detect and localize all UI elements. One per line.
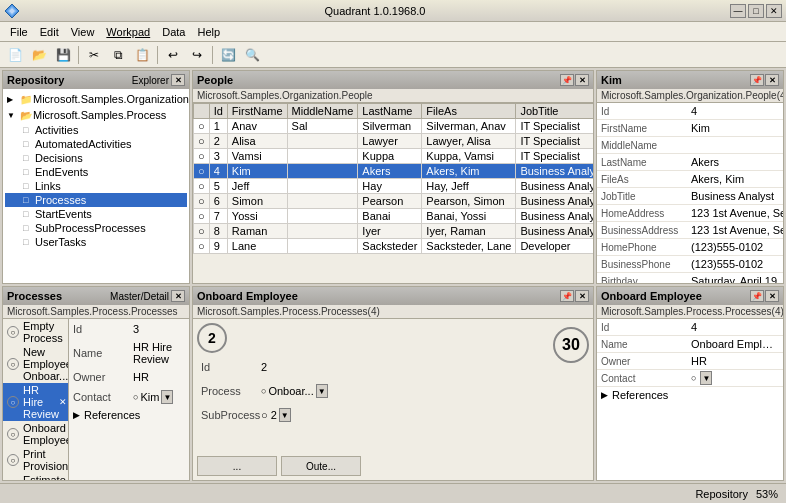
tree-item-decisions[interactable]: □ Decisions [5,151,187,165]
cell-middlename [287,134,358,149]
tree-item-processes[interactable]: □ Processes [5,193,187,207]
col-id[interactable]: Id [209,104,227,119]
cell-middlename [287,179,358,194]
kim-close[interactable]: ✕ [765,74,779,86]
process-list-item[interactable]: ○HR Hire Review✕ [3,383,68,421]
process-list-item[interactable]: ○Print Provisioning [3,447,68,473]
tree-item-organization[interactable]: ▶ 📁 Microsoft.Samples.Organization [5,91,187,107]
table-row[interactable]: ○ 7 Yossi Banai Banai, Yossi Business An… [194,209,594,224]
close-button[interactable]: ✕ [766,4,782,18]
tree-item-links[interactable]: □ Links [5,179,187,193]
menu-data[interactable]: Data [156,25,191,39]
kim-pin[interactable]: 📌 [750,74,764,86]
toolbar-refresh[interactable]: 🔄 [217,44,239,66]
tree-item-subprocessprocesses[interactable]: □ SubProcessProcesses [5,221,187,235]
toolbar-save[interactable]: 💾 [52,44,74,66]
kim-field-value: Business Analyst [691,190,774,202]
item-icon-endevents: □ [23,167,35,177]
onboard-right-close[interactable]: ✕ [765,290,779,302]
contact-dropdown-arrow[interactable]: ▼ [161,390,173,404]
onboard-right-field-label: Id [597,321,687,334]
onboard-right-fields: Id 4 Name Onboard Employee Owner HR Cont… [597,319,783,480]
cell-lastname: Pearson [358,194,422,209]
row-indicator: ○ [194,179,210,194]
onboard-center-close[interactable]: ✕ [575,290,589,302]
col-lastname[interactable]: LastName [358,104,422,119]
menu-edit[interactable]: Edit [34,25,65,39]
onboard-process-dropdown[interactable]: ▼ [316,384,328,398]
toolbar-copy[interactable]: ⧉ [107,44,129,66]
table-row[interactable]: ○ 9 Lane Sacksteder Sacksteder, Lane Dev… [194,239,594,254]
toolbar-undo[interactable]: ↩ [162,44,184,66]
people-pin[interactable]: 📌 [560,74,574,86]
process-item-icon: ○ [7,358,19,370]
toolbar-cut[interactable]: ✂ [83,44,105,66]
process-list-item[interactable]: ○Onboard Employee [3,421,68,447]
tree-item-endevents[interactable]: □ EndEvents [5,165,187,179]
onboard-right-pin[interactable]: 📌 [750,290,764,302]
onboard-button-2[interactable]: Oute... [281,456,361,476]
col-middlename[interactable]: MiddleName [287,104,358,119]
toolbar-open[interactable]: 📂 [28,44,50,66]
processes-close[interactable]: ✕ [171,290,185,302]
tree-item-activities[interactable]: □ Activities [5,123,187,137]
tree-item-automated[interactable]: □ AutomatedActivities [5,137,187,151]
onboard-right-references[interactable]: ▶References [597,387,783,403]
onboard-subprocess-dropdown[interactable]: ▼ [279,408,291,422]
table-row[interactable]: ○ 3 Vamsi Kuppa Kuppa, Vamsi IT Speciali… [194,149,594,164]
maximize-button[interactable]: □ [748,4,764,18]
toolbar: 📄 📂 💾 ✂ ⧉ 📋 ↩ ↪ 🔄 🔍 [0,42,786,68]
onboard-center-pin[interactable]: 📌 [560,290,574,302]
onboard-contact-dropdown[interactable]: ▼ [700,371,712,385]
kim-fields-area: Id 4 FirstName Kim MiddleName LastName A… [597,103,783,283]
kim-field-row: FileAs Akers, Kim [597,171,783,188]
kim-field-value: 4 [691,105,697,117]
table-row[interactable]: ○ 6 Simon Pearson Pearson, Simon Busines… [194,194,594,209]
cell-middlename: Sal [287,119,358,134]
table-row[interactable]: ○ 5 Jeff Hay Hay, Jeff Business Analyst … [194,179,594,194]
process-list-item[interactable]: ○Empty Process [3,319,68,345]
tree-label-startevents: StartEvents [35,208,92,220]
cell-id: 1 [209,119,227,134]
toolbar-search[interactable]: 🔍 [241,44,263,66]
table-row[interactable]: ○ 2 Alisa Lawyer Lawyer, Alisa IT Specia… [194,134,594,149]
table-row[interactable]: ○ 4 Kim Akers Akers, Kim Business Analys… [194,164,594,179]
tree-item-startevents[interactable]: □ StartEvents [5,207,187,221]
cell-fileas: Banai, Yossi [422,209,516,224]
col-jobtitle[interactable]: JobTitle [516,104,593,119]
cell-lastname: Iyer [358,224,422,239]
cell-fileas: Kuppa, Vamsi [422,149,516,164]
table-row[interactable]: ○ 8 Raman Iyer Iyer, Raman Business Anal… [194,224,594,239]
toolbar-sep2 [157,46,158,64]
detail-contact-row: Contact ○ Kim ▼ [69,387,189,407]
menu-workpad[interactable]: Workpad [100,25,156,39]
people-table-wrapper[interactable]: Id FirstName MiddleName LastName FileAs … [193,103,593,283]
cell-jobtitle: Business Analyst [516,224,593,239]
tree-item-usertasks[interactable]: □ UserTasks [5,235,187,249]
tree-item-process[interactable]: ▼ 📂 Microsoft.Samples.Process [5,107,187,123]
process-list-item[interactable]: ○New Employee Onboar... [3,345,68,383]
kim-field-value: 123 1st Avenue, Seattl... [691,224,783,236]
cell-fileas: Hay, Jeff [422,179,516,194]
toolbar-paste[interactable]: 📋 [131,44,153,66]
detail-references-row[interactable]: ▶ References [69,407,189,423]
col-fileas[interactable]: FileAs [422,104,516,119]
col-firstname[interactable]: FirstName [227,104,287,119]
toolbar-new[interactable]: 📄 [4,44,26,66]
process-list-item[interactable]: ○Estimate Cost [3,473,68,480]
repository-close[interactable]: ✕ [171,74,185,86]
kim-field-label: Birthday [597,275,687,284]
menu-view[interactable]: View [65,25,101,39]
process-item-close[interactable]: ✕ [59,397,67,407]
people-close[interactable]: ✕ [575,74,589,86]
menu-help[interactable]: Help [191,25,226,39]
tree-label-decisions: Decisions [35,152,83,164]
toolbar-redo[interactable]: ↪ [186,44,208,66]
onboard-content: 2 Id 2 Process ○ Onboar... ▼ [193,319,593,480]
kim-field-value-wrap [687,144,783,146]
status-text: Repository [695,488,748,500]
minimize-button[interactable]: — [730,4,746,18]
menu-file[interactable]: File [4,25,34,39]
onboard-button-1[interactable]: ... [197,456,277,476]
table-row[interactable]: ○ 1 Anav Sal Silverman Silverman, Anav I… [194,119,594,134]
